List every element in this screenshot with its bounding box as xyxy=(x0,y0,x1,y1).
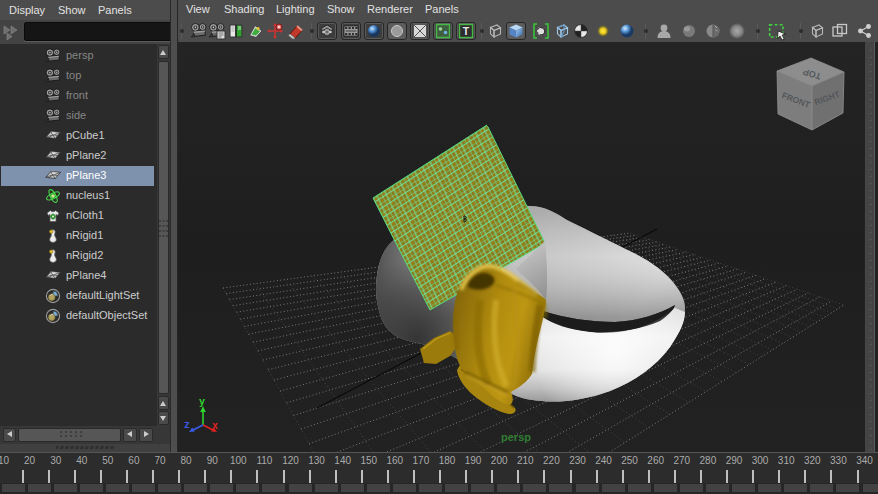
svg-text:y: y xyxy=(199,397,205,408)
svg-text:persp: persp xyxy=(501,431,531,443)
svg-text:T: T xyxy=(463,25,470,37)
svg-text:x: x xyxy=(212,421,218,432)
svg-text:z: z xyxy=(184,420,190,431)
